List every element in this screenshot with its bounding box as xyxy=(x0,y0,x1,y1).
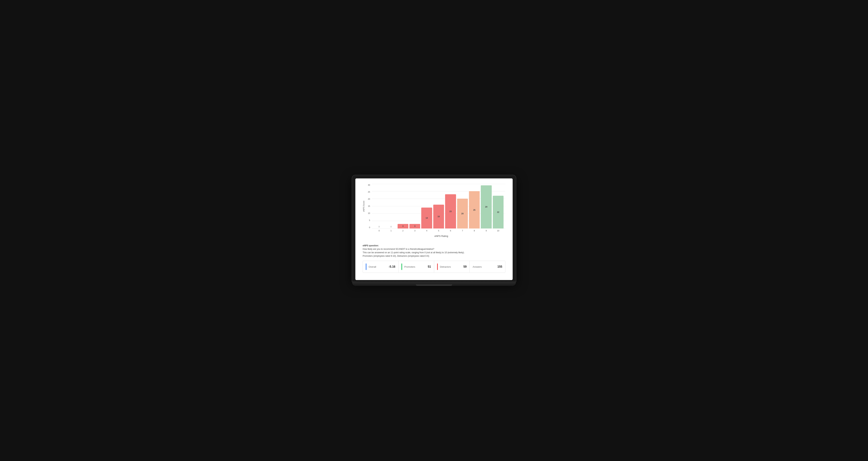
bar-group: 22 xyxy=(493,184,503,228)
bar: 14 xyxy=(421,208,432,228)
y-tick: 20 xyxy=(366,198,370,200)
bar: 16 xyxy=(433,205,444,228)
question-text: How likely are you to recommend SCANDIT … xyxy=(363,248,434,250)
bar-zero-label: 0 xyxy=(379,225,380,228)
bar: 3 xyxy=(398,224,408,228)
stat-value: 59 xyxy=(463,265,467,268)
bar-group: 14 xyxy=(421,184,432,228)
stat-accent xyxy=(437,264,438,270)
bar-value-label: 22 xyxy=(497,211,499,213)
stats-bar: Overall-5.16Promoters51Detractors59Answe… xyxy=(363,261,505,273)
bar: 3 xyxy=(409,224,420,228)
x-tick: 5 xyxy=(433,229,444,234)
stat-label: Overall xyxy=(369,266,386,268)
bar-value-label: 3 xyxy=(402,225,403,227)
screen-content: eNPS Score 0 5 10 15 20 25 30 xyxy=(355,178,513,280)
y-tick: 10 xyxy=(366,212,370,214)
y-tick: 0 xyxy=(366,226,370,228)
stat-value: 51 xyxy=(428,265,431,268)
enps-note: eNPS question: How likely are you to rec… xyxy=(363,244,505,258)
stat-label: Promoters xyxy=(404,266,426,268)
question-label: eNPS question: xyxy=(363,244,379,247)
stat-accent xyxy=(366,264,367,270)
x-tick: 0 xyxy=(374,229,384,234)
bar-group: 25 xyxy=(469,184,480,228)
bar-group: 0 xyxy=(385,184,396,228)
laptop-bezel: eNPS Score 0 5 10 15 20 25 30 xyxy=(352,175,516,282)
x-axis-label: eNPS Rating xyxy=(377,235,505,238)
bar: 29 xyxy=(481,185,492,228)
laptop-base xyxy=(352,281,516,286)
bar-value-label: 23 xyxy=(450,210,452,213)
y-axis: 0 5 10 15 20 25 30 xyxy=(366,184,372,228)
y-tick: 15 xyxy=(366,205,370,207)
stat-item: Overall-5.16 xyxy=(363,261,399,273)
x-tick: 4 xyxy=(421,229,432,234)
x-tick: 1 xyxy=(385,229,396,234)
bar-value-label: 25 xyxy=(473,209,475,211)
x-tick: 9 xyxy=(481,229,492,234)
bar-value-label: 20 xyxy=(461,213,464,215)
x-tick: 2 xyxy=(398,229,408,234)
x-axis: 012345678910 xyxy=(372,228,505,234)
stat-label: Answers xyxy=(473,266,495,268)
bar-zero-label: 0 xyxy=(391,225,392,228)
bar-group: 3 xyxy=(398,184,408,228)
bar: 20 xyxy=(457,198,468,228)
bar: 23 xyxy=(445,194,456,228)
bar-value-label: 29 xyxy=(485,206,487,208)
bar-value-label: 14 xyxy=(426,217,428,219)
bar: 25 xyxy=(469,191,480,228)
stat-item: Promoters51 xyxy=(399,261,434,273)
y-axis-label: eNPS Score xyxy=(363,184,365,228)
stat-value: 155 xyxy=(497,265,502,268)
x-tick: 10 xyxy=(493,229,503,234)
x-tick: 3 xyxy=(409,229,420,234)
chart-plot-area: 003314162320252922 012345678910 xyxy=(372,184,505,234)
y-tick: 5 xyxy=(366,219,370,221)
y-tick: 25 xyxy=(366,191,370,193)
bar-group: 3 xyxy=(409,184,420,228)
stat-item: Answers155 xyxy=(470,261,505,273)
bar-value-label: 16 xyxy=(437,215,440,218)
stat-item: Detractors59 xyxy=(434,261,470,273)
x-tick: 8 xyxy=(469,229,480,234)
scale-text: This can be answered on an 11-point rati… xyxy=(363,251,465,254)
x-tick: 6 xyxy=(445,229,456,234)
stat-label: Detractors xyxy=(440,266,461,268)
bar-group: 20 xyxy=(457,184,468,228)
stat-value: -5.16 xyxy=(389,265,395,268)
laptop-screen: eNPS Score 0 5 10 15 20 25 30 xyxy=(355,178,513,280)
bar-value-label: 3 xyxy=(414,225,415,227)
bar: 22 xyxy=(493,196,503,228)
y-tick: 30 xyxy=(366,184,370,186)
x-tick: 7 xyxy=(457,229,468,234)
bars-row: 003314162320252922 xyxy=(372,184,505,228)
bar-group: 0 xyxy=(374,184,384,228)
laptop-wrapper: eNPS Score 0 5 10 15 20 25 30 xyxy=(352,175,516,286)
chart-container: eNPS Score 0 5 10 15 20 25 30 xyxy=(363,184,505,240)
bar-group: 16 xyxy=(433,184,444,228)
stat-accent xyxy=(401,264,402,270)
bar-group: 29 xyxy=(481,184,492,228)
definition-text: Promoters (employees rated 9-10), Detrac… xyxy=(363,255,429,257)
bar-group: 23 xyxy=(445,184,456,228)
